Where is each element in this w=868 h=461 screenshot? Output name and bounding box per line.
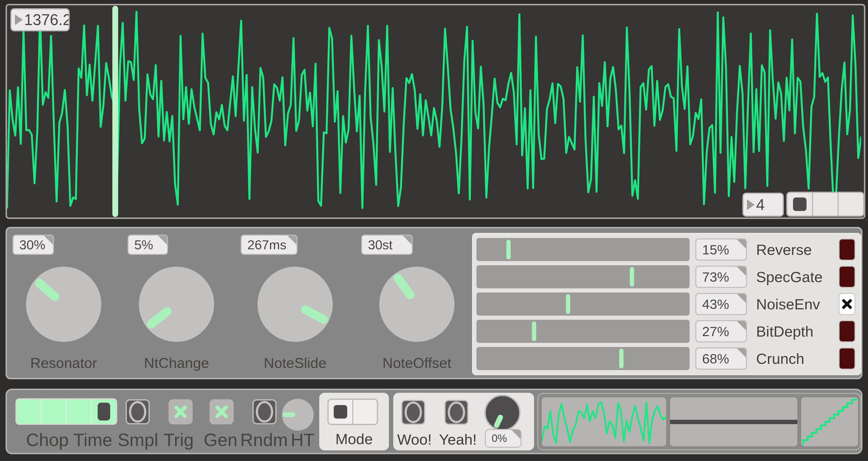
resonator-knob[interactable]	[26, 267, 101, 342]
bitdepth-label: BitDepth	[756, 320, 813, 343]
resonator-label: Resonator	[13, 355, 114, 371]
x-icon	[214, 404, 229, 420]
radio-circle-icon	[405, 401, 422, 423]
reverse-slider[interactable]	[476, 238, 689, 261]
slider-thumb[interactable]	[630, 267, 634, 287]
noteslide-knob[interactable]	[257, 267, 333, 342]
message-fold-icon	[403, 236, 412, 245]
ntchange-value: 5%	[134, 237, 153, 252]
effect-row-bitdepth: 27% BitDepth	[473, 320, 860, 343]
yeah-button[interactable]	[444, 400, 468, 425]
tab-cell[interactable]	[329, 400, 353, 424]
ntchange-knob[interactable]	[139, 267, 214, 342]
message-fold-icon	[512, 430, 521, 439]
tab-cell[interactable]	[17, 400, 42, 424]
rndm-button[interactable]	[252, 399, 277, 424]
message-fold-icon	[158, 236, 167, 245]
gen-toggle[interactable]	[210, 399, 234, 424]
noteslide-label: NoteSlide	[245, 355, 346, 371]
message-fold-icon	[737, 267, 746, 276]
fx-amount-value-box[interactable]: 0%	[485, 429, 522, 448]
crunch-slider[interactable]	[476, 347, 689, 370]
tab-cell[interactable]	[787, 193, 813, 216]
chop-count-value: 4	[756, 196, 765, 214]
mode-group: Mode	[319, 393, 389, 451]
noiseenv-label: NoiseEnv	[756, 293, 820, 316]
selected-square-icon	[334, 405, 347, 419]
smpl-label: Smpl	[118, 430, 158, 450]
rndm-label: Rndm	[240, 430, 288, 450]
crunch-value-box[interactable]: 68%	[695, 347, 747, 370]
position-numberbox[interactable]: 1376.2	[10, 8, 70, 31]
playhead-marker[interactable]	[112, 6, 118, 217]
specgate-toggle[interactable]	[839, 266, 856, 288]
radio-circle-icon	[448, 401, 465, 423]
smpl-button[interactable]	[126, 399, 150, 424]
noteoffset-knob[interactable]	[379, 267, 455, 342]
resonator-value-box[interactable]: 30%	[12, 235, 54, 255]
scope-flat	[670, 397, 797, 446]
woo-button[interactable]	[401, 400, 425, 425]
ntchange-value-box[interactable]: 5%	[128, 235, 168, 255]
reverse-label: Reverse	[756, 238, 812, 261]
bitdepth-toggle[interactable]	[839, 320, 856, 342]
bitdepth-value-box[interactable]: 27%	[695, 320, 747, 342]
message-fold-icon	[737, 294, 746, 303]
noteoffset-label: NoteOffset	[366, 355, 467, 371]
tab-cell[interactable]	[67, 400, 92, 424]
tab-cell[interactable]	[92, 400, 116, 424]
ht-label: HT	[291, 430, 315, 450]
noteoffset-value: 30st	[368, 237, 393, 252]
woo-label: Woo!	[397, 431, 432, 448]
scope-group	[537, 393, 861, 451]
bitdepth-slider[interactable]	[476, 320, 689, 343]
effect-row-crunch: 68% Crunch	[473, 347, 860, 370]
tab-cell[interactable]	[839, 193, 863, 216]
noteoffset-value-box[interactable]: 30st	[361, 235, 413, 255]
selected-square-icon	[98, 403, 110, 421]
knob-pointer	[493, 414, 504, 429]
noiseenv-slider[interactable]	[476, 293, 689, 316]
slider-thumb[interactable]	[532, 321, 536, 341]
specgate-slider[interactable]	[476, 265, 689, 288]
message-fold-icon	[737, 348, 746, 358]
slider-thumb[interactable]	[566, 294, 570, 314]
tab-cell[interactable]	[42, 400, 67, 424]
tab-cell[interactable]	[353, 400, 377, 424]
chop-time-tabs[interactable]	[16, 398, 117, 425]
fx-trigger-group: 0% Woo! Yeah!	[393, 393, 534, 451]
crunch-label: Crunch	[756, 347, 804, 370]
reverse-toggle[interactable]	[839, 239, 856, 260]
waveform-trace	[7, 5, 861, 215]
reverse-value-box[interactable]: 15%	[695, 239, 747, 260]
fx-amount-knob[interactable]	[485, 395, 521, 431]
noiseenv-toggle[interactable]	[839, 293, 856, 315]
specgate-value-box[interactable]: 73%	[695, 266, 747, 288]
slider-thumb[interactable]	[506, 240, 511, 259]
waveform-display[interactable]: 1376.2 4	[5, 4, 865, 219]
message-fold-icon	[737, 321, 746, 330]
knob-pointer	[145, 305, 173, 330]
scope-ramp	[801, 397, 858, 446]
message-fold-icon	[737, 239, 746, 249]
radio-circle-icon	[256, 401, 273, 423]
tab-cell[interactable]	[813, 193, 839, 216]
knob-pointer	[300, 304, 330, 325]
ht-knob[interactable]	[282, 399, 314, 431]
crunch-toggle[interactable]	[839, 347, 856, 370]
effect-row-noiseenv: 43% NoiseEnv	[473, 293, 860, 316]
noteslide-value-box[interactable]: 267ms	[241, 235, 298, 255]
mode-tabs[interactable]	[328, 399, 378, 425]
flat-signal-line	[670, 420, 797, 424]
noiseenv-value-box[interactable]: 43%	[695, 293, 747, 315]
chop-count-numberbox[interactable]: 4	[742, 193, 784, 217]
numberbox-arrow-icon	[747, 199, 755, 210]
numberbox-arrow-icon	[15, 14, 23, 25]
trig-label: Trig	[164, 430, 194, 450]
trig-toggle[interactable]	[168, 399, 193, 424]
slider-thumb[interactable]	[619, 349, 623, 368]
display-mode-tabs[interactable]	[786, 192, 864, 217]
message-fold-icon	[287, 236, 297, 245]
chop-time-label: Chop Time	[26, 430, 112, 450]
effect-row-reverse: 15% Reverse	[473, 238, 860, 261]
